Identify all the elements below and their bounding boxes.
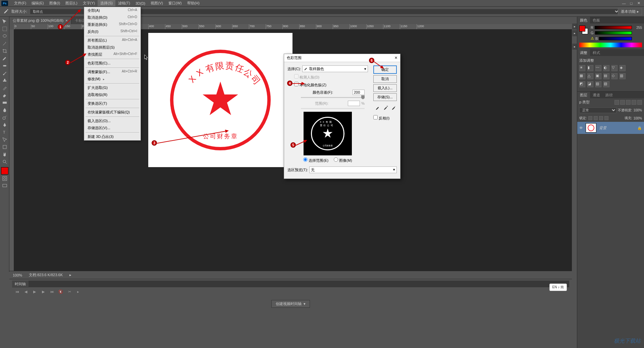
scissors-icon[interactable]: ✂ xyxy=(66,289,72,294)
menu-item[interactable]: 调整蒙版(F)...Alt+Ctrl+R xyxy=(84,68,141,76)
collapsed-tab[interactable]: ▸ xyxy=(572,23,577,30)
heal-tool[interactable] xyxy=(1,62,8,69)
menu-item[interactable]: 取消选择图层(S) xyxy=(84,44,141,51)
menu-item[interactable]: 重新选择(E)Shift+Ctrl+D xyxy=(84,21,141,28)
menu-item[interactable]: 在快速蒙版模式下编辑(Q) xyxy=(84,109,141,116)
filter-icon[interactable] xyxy=(632,100,636,105)
menu-item[interactable]: 修改(M) ▸ xyxy=(84,76,141,83)
adj-brightness-icon[interactable]: ☀ xyxy=(579,65,585,71)
adj-icon[interactable]: ◩ xyxy=(579,81,585,87)
fill-value[interactable]: 100% xyxy=(633,116,642,120)
lock-icon[interactable] xyxy=(599,116,603,120)
blend-mode-select[interactable]: 正常 xyxy=(579,107,616,113)
menu-item[interactable]: 变换选区(T) xyxy=(84,100,141,107)
collapsed-tab[interactable]: ▸ xyxy=(572,30,577,36)
menu-item[interactable]: 查找图层Alt+Shift+Ctrl+F xyxy=(84,51,141,58)
foreground-color[interactable] xyxy=(1,167,8,175)
lock-icon[interactable] xyxy=(588,116,592,120)
transition-icon[interactable]: ▸ xyxy=(75,289,81,294)
hue-bar[interactable] xyxy=(579,43,642,47)
adjustments-tab[interactable]: 调整 xyxy=(577,49,590,56)
layer-name[interactable]: 背景 xyxy=(599,126,606,131)
menu-layer[interactable]: 图层(L) xyxy=(63,0,80,6)
maximize-button[interactable]: □ xyxy=(628,1,635,6)
brush-tool[interactable] xyxy=(1,70,8,77)
dialog-titlebar[interactable]: 色彩范围 ✕ xyxy=(284,54,400,62)
adj-icon[interactable]: ▥ xyxy=(620,73,626,79)
layers-tab[interactable]: 图层 xyxy=(577,92,590,99)
save-button[interactable]: 存储(S)... xyxy=(373,93,397,101)
first-frame-icon[interactable]: ⏮ xyxy=(14,289,20,294)
dodge-tool[interactable] xyxy=(1,114,8,121)
menu-file[interactable]: 文件(F) xyxy=(11,0,29,6)
layer-thumbnail[interactable] xyxy=(586,123,596,133)
play-icon[interactable]: ▶ xyxy=(32,289,38,294)
adj-icon[interactable]: △ xyxy=(587,73,593,79)
prev-frame-icon[interactable]: ◀ xyxy=(23,289,29,294)
status-arrow-icon[interactable]: ▸ xyxy=(69,273,71,277)
menu-type[interactable]: 文字(Y) xyxy=(80,0,98,6)
minimize-button[interactable]: — xyxy=(621,1,627,6)
move-tool[interactable] xyxy=(1,18,8,25)
quickmask-toggle[interactable] xyxy=(1,175,8,182)
eraser-tool[interactable] xyxy=(1,92,8,99)
fuzziness-input[interactable] xyxy=(353,90,365,95)
create-timeline-button[interactable]: 创建视频时间轴▾ xyxy=(271,300,310,308)
adj-icon[interactable]: ▤ xyxy=(603,73,609,79)
color-tab[interactable]: 颜色 xyxy=(577,17,590,24)
eyedropper-sub-icon[interactable]: - xyxy=(391,105,397,111)
filter-icon[interactable] xyxy=(626,100,631,105)
menu-item[interactable]: 扩大选取(G) xyxy=(84,84,141,91)
lock-icon[interactable] xyxy=(604,116,608,120)
menu-filter[interactable]: 滤镜(T) xyxy=(115,0,133,6)
crop-tool[interactable] xyxy=(1,48,8,54)
menu-select[interactable]: 选择(S) xyxy=(98,0,115,6)
filter-kind[interactable]: p 类型 xyxy=(579,100,590,105)
wand-tool[interactable] xyxy=(1,40,8,47)
last-frame-icon[interactable]: ⏭ xyxy=(49,289,55,294)
pen-tool[interactable] xyxy=(1,121,8,128)
menu-help[interactable]: 帮助(H) xyxy=(184,0,202,6)
ok-button[interactable]: 确定 xyxy=(373,65,397,74)
audio-icon[interactable]: 🔇 xyxy=(58,289,64,294)
adj-icon[interactable]: ▨ xyxy=(595,81,601,87)
close-button[interactable]: ✕ xyxy=(635,1,642,6)
localized-checkbox[interactable]: 本地化颜色簇(Z) xyxy=(294,82,326,88)
shape-tool[interactable] xyxy=(1,144,8,150)
menu-item[interactable]: 反向(I)Shift+Ctrl+I xyxy=(84,28,141,35)
layer-row[interactable]: 👁 背景 🔒 xyxy=(577,122,644,134)
adj-icon[interactable]: ▦ xyxy=(579,73,585,79)
workspace-switcher[interactable]: 基本功能▸ xyxy=(618,8,642,15)
menu-item[interactable]: 色彩范围(C)... xyxy=(84,60,141,67)
dialog-close-icon[interactable]: ✕ xyxy=(394,56,397,60)
radio-image[interactable]: 图像(M) xyxy=(334,157,352,163)
channels-tab[interactable]: 通道 xyxy=(590,92,603,99)
eyedropper-icon[interactable] xyxy=(375,105,381,111)
stamp-tool[interactable] xyxy=(1,77,8,84)
next-frame-icon[interactable]: ▶ xyxy=(40,289,46,294)
filter-icon[interactable] xyxy=(620,100,625,105)
b-slider[interactable] xyxy=(599,37,632,40)
adj-exposure-icon[interactable]: ◐ xyxy=(603,65,609,71)
lock-icon[interactable]: 🔒 xyxy=(637,126,642,130)
adj-icon[interactable]: ◇ xyxy=(611,73,618,79)
eyedropper-add-icon[interactable]: + xyxy=(383,105,389,111)
color-picker[interactable] xyxy=(579,26,588,34)
menu-item[interactable]: 全部(A)Ctrl+A xyxy=(84,7,141,14)
g-slider[interactable] xyxy=(595,31,632,35)
text-tool[interactable]: T xyxy=(1,129,8,136)
fuzziness-slider[interactable] xyxy=(301,97,365,98)
styles-tab[interactable]: 样式 xyxy=(590,49,603,56)
adj-icon[interactable]: ◪ xyxy=(587,81,593,87)
marquee-tool[interactable] xyxy=(1,26,8,32)
radio-selection[interactable]: 选择范围(E) xyxy=(303,157,328,163)
eyedropper-tool[interactable] xyxy=(1,55,8,62)
menu-3d[interactable]: 3D(D) xyxy=(133,1,148,6)
r-slider[interactable] xyxy=(595,26,632,29)
paths-tab[interactable]: 路径 xyxy=(603,92,615,99)
adj-vibrance-icon[interactable]: ▽ xyxy=(611,65,618,71)
menu-image[interactable]: 图像(I) xyxy=(47,0,63,6)
invert-checkbox[interactable]: 反相(I) xyxy=(373,115,397,121)
menu-window[interactable]: 窗口(W) xyxy=(166,0,184,6)
hand-tool[interactable] xyxy=(1,151,8,158)
